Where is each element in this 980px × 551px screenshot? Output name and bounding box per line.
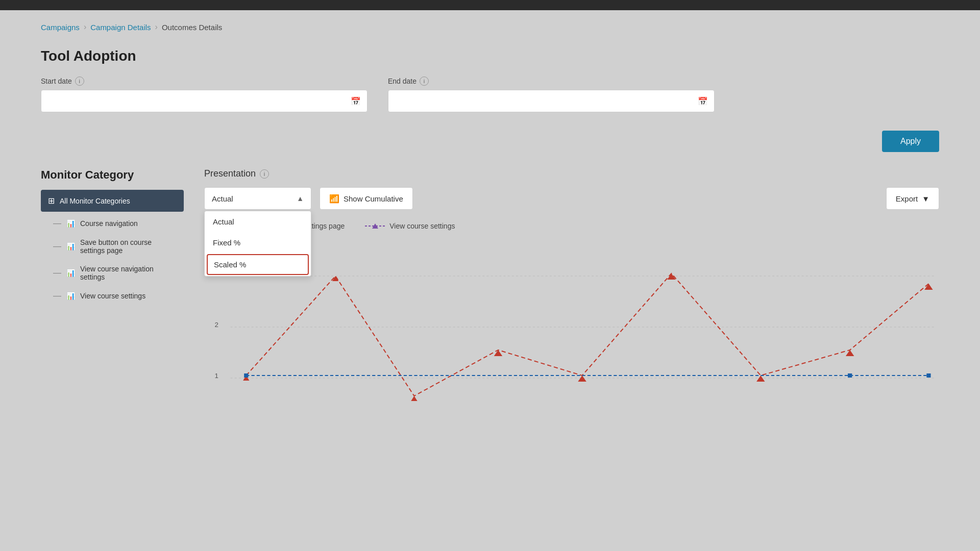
end-date-input-wrap: 8/29/2023 📅 — [388, 90, 715, 112]
sidebar-item-view-nav-settings[interactable]: — 📊 View course navigation settings — [41, 260, 184, 286]
breadcrumb: Campaigns › Campaign Details › Outcomes … — [0, 10, 980, 40]
breadcrumb-sep-1: › — [84, 22, 86, 32]
sidebar-title: Monitor Category — [41, 168, 184, 182]
presentation-dropdown-button[interactable]: Actual ▲ — [204, 187, 311, 210]
breadcrumb-sep-2: › — [155, 22, 158, 32]
svg-rect-19 — [244, 373, 248, 378]
presentation-dropdown-wrap: Actual ▲ Actual Fixed % Scaled % — [204, 187, 311, 210]
top-bar — [0, 0, 980, 10]
presentation-dropdown-menu: Actual Fixed % Scaled % — [204, 211, 311, 277]
breadcrumb-outcomes-details: Outcomes Details — [162, 23, 222, 32]
dropdown-option-actual[interactable]: Actual — [205, 211, 311, 232]
svg-marker-14 — [578, 375, 586, 382]
start-date-input[interactable]: 6/23/2023 — [47, 97, 330, 106]
chart-area: 3 2 1 — [204, 242, 939, 423]
end-date-info-icon[interactable]: i — [420, 77, 429, 86]
breadcrumb-campaign-details[interactable]: Campaign Details — [90, 23, 151, 32]
svg-marker-17 — [846, 350, 854, 356]
dash-icon-1: — — [53, 219, 61, 228]
apply-area: Apply — [0, 122, 980, 168]
end-date-input[interactable]: 8/29/2023 — [395, 97, 677, 106]
dash-icon-2: — — [53, 242, 61, 251]
controls-row: Actual ▲ Actual Fixed % Scaled % 📶 Show … — [204, 187, 939, 210]
svg-rect-21 — [926, 373, 930, 378]
chart-svg: 3 2 1 — [204, 251, 939, 414]
bar-chart-icon: 📶 — [329, 194, 339, 204]
legend-label-2: View course settings — [389, 222, 455, 230]
end-date-group: End date i 8/29/2023 📅 — [388, 77, 715, 112]
presentation-info-icon[interactable]: i — [260, 169, 269, 179]
legend-line-purple-svg — [365, 222, 385, 230]
main-content: Monitor Category ⊞ All Monitor Categorie… — [0, 168, 980, 423]
sidebar-item-view-course-settings[interactable]: — 📊 View course settings — [41, 286, 184, 306]
sidebar-item-course-navigation[interactable]: — 📊 Course navigation — [41, 214, 184, 233]
export-button[interactable]: Export ▼ — [886, 187, 939, 210]
sidebar-label-save-button: Save button on course settings page — [80, 238, 177, 255]
sidebar-label-view-course-settings: View course settings — [80, 292, 145, 300]
legend-area: Save button on course settings page View… — [204, 218, 939, 230]
svg-marker-12 — [411, 396, 417, 401]
sidebar-label-view-nav-settings: View course navigation settings — [80, 265, 177, 281]
start-date-group: Start date i 6/23/2023 📅 — [41, 77, 368, 112]
chart-icon-3: 📊 — [66, 269, 75, 277]
chart-icon-2: 📊 — [66, 242, 75, 251]
breadcrumb-campaigns[interactable]: Campaigns — [41, 23, 80, 32]
start-date-calendar-icon[interactable]: 📅 — [351, 96, 361, 106]
svg-marker-13 — [494, 350, 502, 356]
sidebar: Monitor Category ⊞ All Monitor Categorie… — [41, 168, 184, 423]
page-title: Tool Adoption — [0, 40, 980, 77]
dropdown-option-scaled[interactable]: Scaled % — [207, 254, 309, 275]
right-content: Presentation i Actual ▲ Actual Fixed % S… — [204, 168, 939, 423]
presentation-label-text: Presentation — [204, 168, 256, 179]
chart-icon-4: 📊 — [66, 292, 75, 300]
svg-text:2: 2 — [215, 321, 218, 329]
export-chevron-icon: ▼ — [922, 194, 929, 203]
export-label: Export — [896, 194, 918, 203]
end-date-calendar-icon[interactable]: 📅 — [698, 96, 708, 106]
svg-marker-16 — [756, 375, 765, 382]
all-categories-icon: ⊞ — [48, 196, 55, 206]
start-date-input-wrap: 6/23/2023 📅 — [41, 90, 368, 112]
svg-text:1: 1 — [215, 372, 218, 380]
dropdown-option-fixed[interactable]: Fixed % — [205, 232, 311, 253]
start-date-label: Start date i — [41, 77, 368, 86]
date-section: Start date i 6/23/2023 📅 End date i 8/29… — [0, 77, 980, 122]
sidebar-label-course-navigation: Course navigation — [80, 219, 138, 228]
sidebar-item-all[interactable]: ⊞ All Monitor Categories — [41, 190, 184, 212]
chart-icon-1: 📊 — [66, 219, 75, 228]
dropdown-arrow-icon: ▲ — [297, 194, 304, 203]
show-cumulative-label: Show Cumulative — [344, 194, 403, 203]
dropdown-selected-value: Actual — [212, 194, 233, 203]
presentation-section: Presentation i — [204, 168, 939, 179]
show-cumulative-button[interactable]: 📶 Show Cumulative — [320, 187, 413, 210]
apply-button[interactable]: Apply — [882, 131, 939, 152]
start-date-info-icon[interactable]: i — [75, 77, 84, 86]
end-date-label: End date i — [388, 77, 715, 86]
svg-rect-20 — [848, 373, 852, 378]
dash-icon-4: — — [53, 291, 61, 300]
sidebar-item-save-button[interactable]: — 📊 Save button on course settings page — [41, 233, 184, 260]
dash-icon-3: — — [53, 268, 61, 278]
legend-item-2: View course settings — [365, 222, 455, 230]
all-categories-label: All Monitor Categories — [60, 197, 130, 205]
